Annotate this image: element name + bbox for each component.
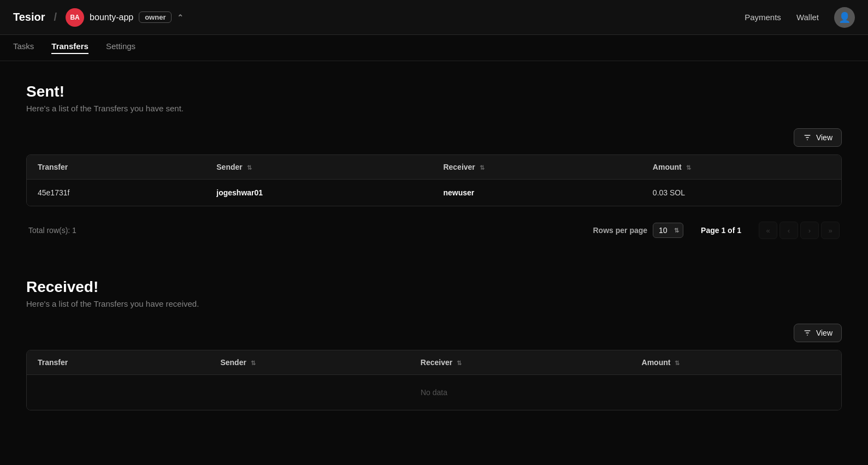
chevron-icon[interactable]: ⌃	[177, 13, 184, 22]
sent-subtitle: Here's a list of the Transfers you have …	[26, 104, 842, 113]
col-transfer-r: Transfer	[27, 350, 209, 375]
sent-table-header-row: Transfer Sender ⇅ Receiver ⇅ Amount ⇅	[27, 155, 841, 180]
pagination-buttons: « ‹ › »	[759, 222, 840, 239]
sent-title: Sent!	[26, 83, 842, 100]
received-title: Received!	[26, 278, 842, 296]
user-avatar[interactable]: 👤	[834, 7, 855, 28]
received-subtitle: Here's a list of the Transfers you have …	[26, 299, 842, 308]
cell-amount: 0.03 SOL	[642, 180, 841, 206]
table-row: 45e1731f jogeshwar01 newuser 0.03 SOL	[27, 180, 841, 206]
cell-sender: jogeshwar01	[205, 180, 432, 206]
app-name[interactable]: bounty-app	[90, 13, 133, 22]
col-receiver-r[interactable]: Receiver ⇅	[410, 350, 631, 375]
tab-settings[interactable]: Settings	[106, 41, 135, 54]
subnav: Tasks Transfers Settings	[0, 35, 868, 61]
received-table: Transfer Sender ⇅ Receiver ⇅ Amount ⇅	[27, 350, 841, 410]
rows-select-wrapper[interactable]: 10 25 50	[653, 223, 683, 238]
col-amount-r[interactable]: Amount ⇅	[631, 350, 841, 375]
received-table-wrapper: Transfer Sender ⇅ Receiver ⇅ Amount ⇅	[26, 350, 842, 410]
filter-icon-2	[803, 329, 812, 337]
sent-table-wrapper: Transfer Sender ⇅ Receiver ⇅ Amount ⇅	[26, 154, 842, 206]
col-sender-r[interactable]: Sender ⇅	[209, 350, 409, 375]
receiver-sort-icon: ⇅	[480, 164, 485, 171]
payments-link[interactable]: Payments	[745, 13, 781, 22]
col-amount[interactable]: Amount ⇅	[642, 155, 841, 180]
filter-icon	[803, 133, 812, 142]
sent-view-btn-row: View	[26, 128, 842, 147]
sent-view-button[interactable]: View	[794, 128, 842, 147]
sender-sort-icon: ⇅	[247, 164, 252, 171]
first-page-button[interactable]: «	[759, 222, 777, 239]
role-badge: owner	[139, 11, 172, 23]
total-rows-label: Total row(s): 1	[28, 226, 584, 235]
last-page-button[interactable]: »	[821, 222, 840, 239]
rows-per-page-label: Rows per page	[593, 226, 647, 235]
received-section: Received! Here's a list of the Transfers…	[26, 278, 842, 410]
sent-pagination: Total row(s): 1 Rows per page 10 25 50 P…	[26, 215, 842, 246]
next-page-button[interactable]: ›	[800, 222, 819, 239]
receiver-sort-icon-r: ⇅	[457, 360, 462, 367]
rows-per-page-select[interactable]: 10 25 50	[653, 223, 683, 238]
received-empty-row: No data	[27, 375, 841, 410]
topnav: Tesior / BA bounty-app owner ⌃ Payments …	[0, 0, 868, 35]
amount-sort-icon-r: ⇅	[675, 360, 680, 367]
cell-receiver: newuser	[432, 180, 641, 206]
col-sender[interactable]: Sender ⇅	[205, 155, 432, 180]
brand: Tesior / BA bounty-app owner ⌃	[13, 8, 184, 27]
topnav-right: Payments Wallet 👤	[745, 7, 855, 28]
tab-transfers[interactable]: Transfers	[51, 41, 88, 54]
received-table-header-row: Transfer Sender ⇅ Receiver ⇅ Amount ⇅	[27, 350, 841, 375]
rows-per-page-group: Rows per page 10 25 50	[593, 223, 683, 238]
brand-separator: /	[54, 11, 57, 23]
sender-sort-icon-r: ⇅	[251, 360, 256, 367]
page-info: Page 1 of 1	[701, 226, 741, 235]
received-view-button[interactable]: View	[794, 324, 842, 342]
amount-sort-icon: ⇅	[686, 164, 691, 171]
app-avatar: BA	[66, 8, 84, 27]
sent-table: Transfer Sender ⇅ Receiver ⇅ Amount ⇅	[27, 155, 841, 206]
col-receiver[interactable]: Receiver ⇅	[432, 155, 641, 180]
brand-name[interactable]: Tesior	[13, 11, 45, 23]
col-transfer: Transfer	[27, 155, 205, 180]
wallet-link[interactable]: Wallet	[796, 13, 819, 22]
sent-section: Sent! Here's a list of the Transfers you…	[26, 83, 842, 246]
cell-transfer-id: 45e1731f	[27, 180, 205, 206]
prev-page-button[interactable]: ‹	[780, 222, 798, 239]
tab-tasks[interactable]: Tasks	[13, 41, 34, 54]
received-view-btn-row: View	[26, 324, 842, 342]
main-content: Sent! Here's a list of the Transfers you…	[0, 61, 868, 441]
